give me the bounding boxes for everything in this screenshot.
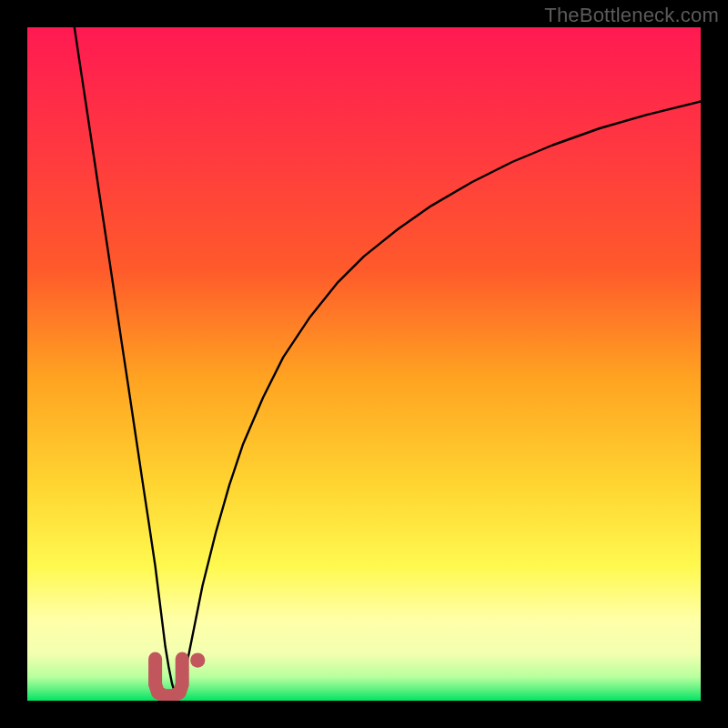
marker-dot <box>190 652 205 667</box>
chart-svg <box>27 27 701 701</box>
watermark-text: TheBottleneck.com <box>544 4 719 27</box>
outer-frame: TheBottleneck.com <box>0 0 728 728</box>
plot-area <box>27 27 701 701</box>
